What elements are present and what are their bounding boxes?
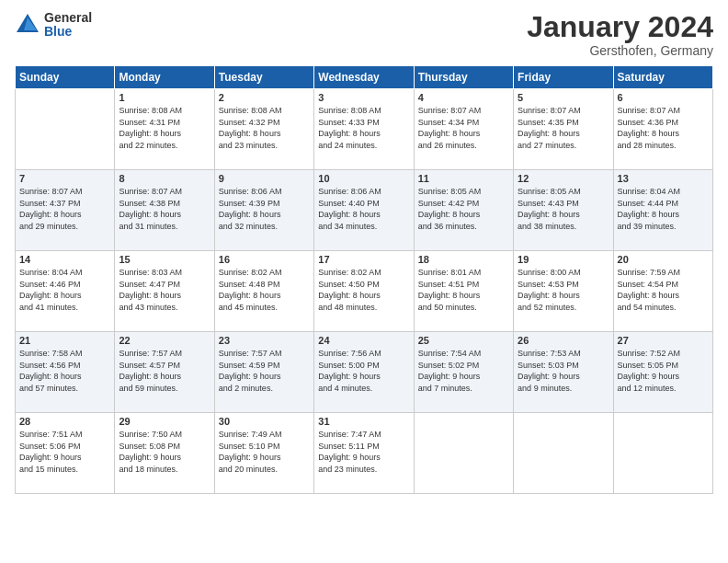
day-info: Sunrise: 8:07 AM Sunset: 4:38 PM Dayligh… bbox=[119, 186, 210, 232]
header: General Blue January 2024 Gersthofen, Ge… bbox=[15, 11, 713, 58]
day-cell: 5Sunrise: 8:07 AM Sunset: 4:35 PM Daylig… bbox=[514, 89, 613, 170]
day-cell bbox=[514, 413, 613, 494]
day-info: Sunrise: 8:02 AM Sunset: 4:48 PM Dayligh… bbox=[219, 267, 310, 313]
day-cell: 9Sunrise: 8:06 AM Sunset: 4:39 PM Daylig… bbox=[214, 170, 313, 251]
day-number: 1 bbox=[119, 92, 210, 103]
day-cell: 29Sunrise: 7:50 AM Sunset: 5:08 PM Dayli… bbox=[115, 413, 214, 494]
day-cell: 23Sunrise: 7:57 AM Sunset: 4:59 PM Dayli… bbox=[214, 332, 313, 413]
day-cell: 21Sunrise: 7:58 AM Sunset: 4:56 PM Dayli… bbox=[16, 332, 115, 413]
day-cell: 15Sunrise: 8:03 AM Sunset: 4:47 PM Dayli… bbox=[115, 251, 214, 332]
day-cell: 11Sunrise: 8:05 AM Sunset: 4:42 PM Dayli… bbox=[414, 170, 513, 251]
day-cell: 7Sunrise: 8:07 AM Sunset: 4:37 PM Daylig… bbox=[16, 170, 115, 251]
day-cell: 27Sunrise: 7:52 AM Sunset: 5:05 PM Dayli… bbox=[613, 332, 712, 413]
calendar-table: Sunday Monday Tuesday Wednesday Thursday… bbox=[15, 65, 713, 494]
day-number: 13 bbox=[618, 173, 709, 184]
day-info: Sunrise: 7:51 AM Sunset: 5:06 PM Dayligh… bbox=[19, 429, 110, 475]
day-number: 29 bbox=[119, 416, 210, 427]
day-info: Sunrise: 8:05 AM Sunset: 4:43 PM Dayligh… bbox=[518, 186, 609, 232]
day-cell: 17Sunrise: 8:02 AM Sunset: 4:50 PM Dayli… bbox=[314, 251, 414, 332]
day-info: Sunrise: 8:00 AM Sunset: 4:53 PM Dayligh… bbox=[518, 267, 609, 313]
title-block: January 2024 Gersthofen, Germany bbox=[527, 11, 713, 58]
day-cell: 13Sunrise: 8:04 AM Sunset: 4:44 PM Dayli… bbox=[613, 170, 712, 251]
week-row-4: 21Sunrise: 7:58 AM Sunset: 4:56 PM Dayli… bbox=[16, 332, 713, 413]
day-cell: 31Sunrise: 7:47 AM Sunset: 5:11 PM Dayli… bbox=[314, 413, 414, 494]
day-info: Sunrise: 7:58 AM Sunset: 4:56 PM Dayligh… bbox=[19, 348, 110, 394]
week-row-1: 1Sunrise: 8:08 AM Sunset: 4:31 PM Daylig… bbox=[16, 89, 713, 170]
day-number: 28 bbox=[19, 416, 110, 427]
day-number: 5 bbox=[518, 92, 609, 103]
logo-icon bbox=[15, 12, 40, 38]
logo-text: General Blue bbox=[44, 11, 92, 40]
day-info: Sunrise: 8:02 AM Sunset: 4:50 PM Dayligh… bbox=[318, 267, 409, 313]
day-info: Sunrise: 7:50 AM Sunset: 5:08 PM Dayligh… bbox=[119, 429, 210, 475]
day-cell: 20Sunrise: 7:59 AM Sunset: 4:54 PM Dayli… bbox=[613, 251, 712, 332]
day-number: 21 bbox=[19, 335, 110, 346]
day-number: 31 bbox=[318, 416, 409, 427]
week-row-2: 7Sunrise: 8:07 AM Sunset: 4:37 PM Daylig… bbox=[16, 170, 713, 251]
day-info: Sunrise: 8:03 AM Sunset: 4:47 PM Dayligh… bbox=[119, 267, 210, 313]
location: Gersthofen, Germany bbox=[527, 43, 713, 58]
logo-general-text: General bbox=[44, 11, 92, 25]
day-number: 11 bbox=[418, 173, 509, 184]
day-number: 26 bbox=[518, 335, 609, 346]
day-number: 6 bbox=[618, 92, 709, 103]
day-info: Sunrise: 8:05 AM Sunset: 4:42 PM Dayligh… bbox=[418, 186, 509, 232]
day-info: Sunrise: 7:54 AM Sunset: 5:02 PM Dayligh… bbox=[418, 348, 509, 394]
header-row: Sunday Monday Tuesday Wednesday Thursday… bbox=[16, 66, 713, 89]
day-info: Sunrise: 8:08 AM Sunset: 4:33 PM Dayligh… bbox=[318, 105, 409, 151]
day-number: 14 bbox=[19, 254, 110, 265]
day-info: Sunrise: 7:57 AM Sunset: 4:57 PM Dayligh… bbox=[119, 348, 210, 394]
day-number: 25 bbox=[418, 335, 509, 346]
day-number: 19 bbox=[518, 254, 609, 265]
col-sunday: Sunday bbox=[16, 66, 115, 89]
col-friday: Friday bbox=[514, 66, 613, 89]
day-number: 2 bbox=[219, 92, 310, 103]
day-cell: 28Sunrise: 7:51 AM Sunset: 5:06 PM Dayli… bbox=[16, 413, 115, 494]
day-info: Sunrise: 7:57 AM Sunset: 4:59 PM Dayligh… bbox=[219, 348, 310, 394]
day-info: Sunrise: 8:07 AM Sunset: 4:35 PM Dayligh… bbox=[518, 105, 609, 151]
day-number: 7 bbox=[19, 173, 110, 184]
day-info: Sunrise: 7:49 AM Sunset: 5:10 PM Dayligh… bbox=[219, 429, 310, 475]
day-cell: 8Sunrise: 8:07 AM Sunset: 4:38 PM Daylig… bbox=[115, 170, 214, 251]
day-number: 17 bbox=[318, 254, 409, 265]
day-info: Sunrise: 7:56 AM Sunset: 5:00 PM Dayligh… bbox=[318, 348, 409, 394]
day-info: Sunrise: 7:47 AM Sunset: 5:11 PM Dayligh… bbox=[318, 429, 409, 475]
col-thursday: Thursday bbox=[414, 66, 513, 89]
day-cell: 14Sunrise: 8:04 AM Sunset: 4:46 PM Dayli… bbox=[16, 251, 115, 332]
day-info: Sunrise: 8:07 AM Sunset: 4:37 PM Dayligh… bbox=[19, 186, 110, 232]
page: General Blue January 2024 Gersthofen, Ge… bbox=[0, 0, 728, 563]
day-number: 10 bbox=[318, 173, 409, 184]
day-cell: 24Sunrise: 7:56 AM Sunset: 5:00 PM Dayli… bbox=[314, 332, 414, 413]
day-number: 8 bbox=[119, 173, 210, 184]
day-info: Sunrise: 8:07 AM Sunset: 4:36 PM Dayligh… bbox=[618, 105, 709, 151]
day-info: Sunrise: 8:06 AM Sunset: 4:40 PM Dayligh… bbox=[318, 186, 409, 232]
day-info: Sunrise: 8:08 AM Sunset: 4:31 PM Dayligh… bbox=[119, 105, 210, 151]
day-cell: 18Sunrise: 8:01 AM Sunset: 4:51 PM Dayli… bbox=[414, 251, 513, 332]
day-number: 30 bbox=[219, 416, 310, 427]
day-number: 23 bbox=[219, 335, 310, 346]
day-cell: 16Sunrise: 8:02 AM Sunset: 4:48 PM Dayli… bbox=[214, 251, 313, 332]
day-number: 20 bbox=[618, 254, 709, 265]
col-tuesday: Tuesday bbox=[214, 66, 313, 89]
day-number: 3 bbox=[318, 92, 409, 103]
logo: General Blue bbox=[15, 11, 92, 40]
col-wednesday: Wednesday bbox=[314, 66, 414, 89]
day-info: Sunrise: 8:04 AM Sunset: 4:44 PM Dayligh… bbox=[618, 186, 709, 232]
day-info: Sunrise: 7:53 AM Sunset: 5:03 PM Dayligh… bbox=[518, 348, 609, 394]
day-info: Sunrise: 8:04 AM Sunset: 4:46 PM Dayligh… bbox=[19, 267, 110, 313]
day-cell: 30Sunrise: 7:49 AM Sunset: 5:10 PM Dayli… bbox=[214, 413, 313, 494]
day-info: Sunrise: 8:08 AM Sunset: 4:32 PM Dayligh… bbox=[219, 105, 310, 151]
day-cell: 12Sunrise: 8:05 AM Sunset: 4:43 PM Dayli… bbox=[514, 170, 613, 251]
day-number: 15 bbox=[119, 254, 210, 265]
day-cell: 3Sunrise: 8:08 AM Sunset: 4:33 PM Daylig… bbox=[314, 89, 414, 170]
day-number: 27 bbox=[618, 335, 709, 346]
day-number: 12 bbox=[518, 173, 609, 184]
day-cell: 1Sunrise: 8:08 AM Sunset: 4:31 PM Daylig… bbox=[115, 89, 214, 170]
week-row-3: 14Sunrise: 8:04 AM Sunset: 4:46 PM Dayli… bbox=[16, 251, 713, 332]
day-cell: 25Sunrise: 7:54 AM Sunset: 5:02 PM Dayli… bbox=[414, 332, 513, 413]
day-number: 18 bbox=[418, 254, 509, 265]
col-saturday: Saturday bbox=[613, 66, 712, 89]
day-info: Sunrise: 8:06 AM Sunset: 4:39 PM Dayligh… bbox=[219, 186, 310, 232]
day-cell: 6Sunrise: 8:07 AM Sunset: 4:36 PM Daylig… bbox=[613, 89, 712, 170]
logo-blue-text: Blue bbox=[44, 25, 92, 39]
